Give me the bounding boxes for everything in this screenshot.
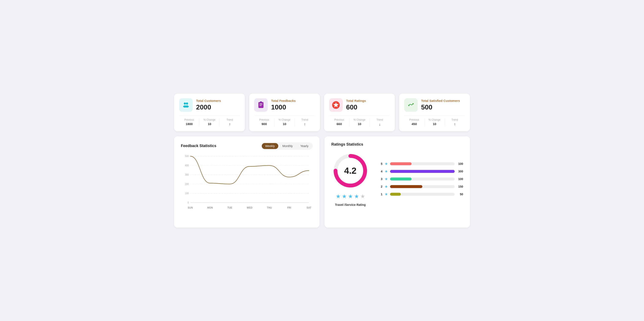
card-value: 1000 — [271, 103, 296, 111]
ratings-card: Ratings Statistics 4.2 ★★★★★ Travel /Ser… — [324, 136, 470, 228]
bar-count: 150 — [457, 185, 463, 188]
svg-text:100: 100 — [185, 192, 189, 195]
bar-track — [390, 185, 455, 188]
stat-change: % Change 10 — [350, 118, 370, 126]
stat-previous: Previous 900 — [254, 118, 274, 126]
tab-yearly[interactable]: Yearly — [297, 143, 312, 149]
card-header: Total Customers 2000 — [179, 98, 240, 112]
tab-weekly[interactable]: Weekly — [262, 143, 278, 149]
stat-trend: Trend ↑ — [220, 118, 240, 126]
card-label: Total Feedbacks — [271, 99, 296, 102]
stat-change: % Change 10 — [424, 118, 445, 126]
card-total-ratings: Total Ratings 600 Previous 660 % Change … — [324, 94, 395, 131]
bar-count: 100 — [457, 162, 463, 166]
stat-trend: Trend ↑ — [295, 118, 315, 126]
donut-container: 4.2 ★★★★★ Travel /Service Rating — [331, 152, 369, 206]
star-3: ★ — [348, 193, 353, 200]
tab-monthly[interactable]: Monthly — [279, 143, 296, 149]
card-total-customers: Total Customers 2000 Previous 1800 % Cha… — [174, 94, 245, 131]
bar-fill — [390, 170, 455, 173]
card-icon — [329, 98, 343, 112]
chart-container: 0100200300400500SUNMONTUEWEDTHUFRISAT — [181, 154, 313, 222]
card-label: Total Customers — [196, 99, 221, 102]
bar-star-icon: ★ — [384, 177, 388, 181]
card-title-group: Total Customers 2000 — [196, 99, 221, 111]
bottom-section: Feedback Statistics WeeklyMonthlyYearly … — [174, 136, 470, 228]
svg-point-1 — [186, 102, 188, 104]
card-header: Total Ratings 600 — [329, 98, 390, 112]
stat-previous: Previous 660 — [329, 118, 350, 126]
bar-star-icon: ★ — [384, 184, 388, 189]
bars-section: 5 ★ 100 4 ★ 300 3 ★ 100 2 ★ 150 1 ★ 50 — [380, 162, 463, 196]
stat-trend: Trend ↑ — [445, 118, 465, 126]
bar-count: 300 — [457, 170, 463, 173]
svg-rect-7 — [260, 106, 262, 106]
svg-text:400: 400 — [185, 164, 189, 167]
bar-count: 50 — [457, 192, 463, 196]
feedback-chart-card: Feedback Statistics WeeklyMonthlyYearly … — [174, 136, 320, 228]
service-label: Travel /Service Rating — [335, 203, 366, 206]
svg-point-3 — [185, 106, 189, 108]
bar-count: 100 — [457, 177, 463, 181]
bar-label: 5 — [380, 162, 382, 166]
card-title-group: Total Feedbacks 1000 — [271, 99, 296, 111]
bar-star-icon: ★ — [384, 169, 388, 174]
card-icon — [179, 98, 193, 112]
bar-label: 4 — [380, 170, 382, 173]
line-chart-svg: 0100200300400500SUNMONTUEWEDTHUFRISAT — [181, 154, 313, 222]
ratings-title: Ratings Statistics — [331, 142, 463, 147]
svg-text:SUN: SUN — [188, 206, 193, 209]
dashboard: Total Customers 2000 Previous 1800 % Cha… — [174, 94, 470, 228]
stat-change: % Change 10 — [274, 118, 295, 126]
star-row: ★★★★★ — [336, 193, 365, 200]
card-label: Total Satisfied Customers — [421, 99, 460, 102]
bar-track — [390, 193, 455, 196]
card-stats: Previous 450 % Change 10 Trend ↑ — [404, 115, 465, 126]
card-title-group: Total Satisfied Customers 500 — [421, 99, 460, 111]
chart-title: Feedback Statistics — [181, 144, 216, 148]
svg-text:FRI: FRI — [287, 206, 291, 209]
bar-label: 3 — [380, 177, 382, 181]
bar-fill — [390, 178, 412, 180]
bar-row-5: 5 ★ 100 — [380, 162, 463, 166]
card-value: 500 — [421, 103, 460, 111]
svg-text:300: 300 — [185, 173, 189, 176]
svg-point-12 — [412, 103, 414, 104]
card-stats: Previous 900 % Change 10 Trend ↑ — [254, 115, 315, 126]
card-header: Total Feedbacks 1000 — [254, 98, 315, 112]
bar-label: 2 — [380, 185, 382, 188]
donut-wrapper: 4.2 — [331, 152, 369, 190]
donut-score: 4.2 — [344, 166, 356, 176]
svg-text:200: 200 — [185, 182, 189, 185]
svg-rect-4 — [258, 102, 264, 108]
svg-text:WED: WED — [247, 206, 252, 209]
bar-track — [390, 162, 455, 165]
svg-point-11 — [408, 105, 410, 106]
star-4: ★ — [354, 193, 359, 200]
bar-fill — [390, 185, 422, 188]
bar-row-4: 4 ★ 300 — [380, 169, 463, 174]
svg-text:SAT: SAT — [306, 206, 312, 209]
bar-star-icon: ★ — [384, 162, 388, 166]
bar-track — [390, 170, 455, 173]
card-title-group: Total Ratings 600 — [346, 99, 366, 111]
svg-point-0 — [184, 102, 186, 104]
card-total-feedbacks: Total Feedbacks 1000 Previous 900 % Chan… — [249, 94, 320, 131]
svg-text:0: 0 — [188, 201, 189, 204]
stat-previous: Previous 1800 — [179, 118, 200, 126]
svg-rect-5 — [260, 103, 262, 104]
card-value: 600 — [346, 103, 366, 111]
bar-row-1: 1 ★ 50 — [380, 192, 463, 196]
bar-fill — [390, 162, 412, 165]
svg-rect-8 — [260, 102, 262, 103]
ratings-body: 4.2 ★★★★★ Travel /Service Rating 5 ★ 100… — [331, 152, 463, 206]
svg-rect-6 — [260, 104, 262, 105]
card-stats: Previous 1800 % Change 10 Trend ↑ — [179, 115, 240, 126]
svg-text:THU: THU — [267, 206, 272, 209]
card-total-satisfied: Total Satisfied Customers 500 Previous 4… — [399, 94, 470, 131]
star-5: ★ — [360, 193, 365, 200]
card-header: Total Satisfied Customers 500 — [404, 98, 465, 112]
stat-trend: Trend ↓ — [370, 118, 390, 126]
card-stats: Previous 660 % Change 10 Trend ↓ — [329, 115, 390, 126]
card-icon — [404, 98, 418, 112]
